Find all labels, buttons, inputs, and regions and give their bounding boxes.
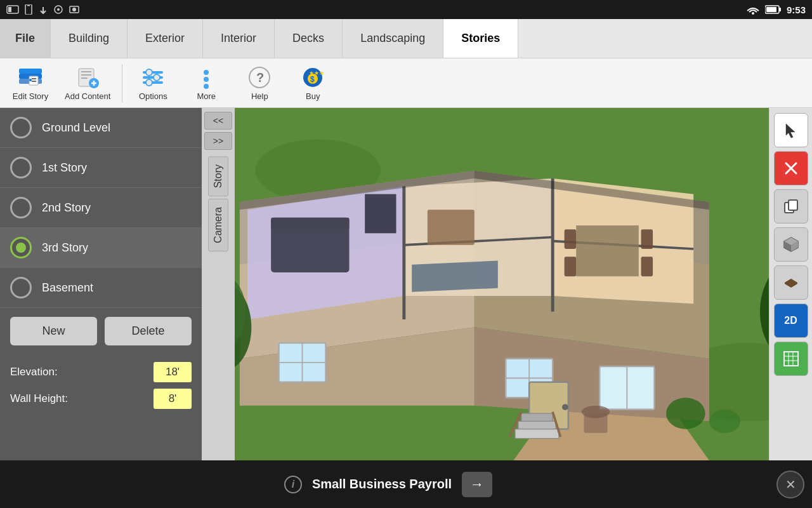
radio-1st-story — [10, 157, 32, 178]
camera-tab-vertical[interactable]: Camera — [208, 199, 228, 251]
svg-point-76 — [562, 404, 568, 410]
svg-rect-66 — [641, 257, 653, 276]
ad-arrow-button[interactable]: → — [462, 472, 492, 497]
svg-rect-3 — [27, 5, 30, 6]
story-item-ground-level[interactable]: Ground Level — [0, 108, 202, 148]
more-icon — [193, 65, 219, 90]
svg-point-7 — [72, 8, 76, 11]
svg-rect-59 — [365, 194, 396, 234]
options-button[interactable]: Options — [128, 62, 178, 105]
ad-text: Small Business Payroll — [312, 477, 452, 491]
options-label: Options — [139, 91, 167, 101]
svg-marker-104 — [785, 279, 797, 288]
svg-point-34 — [204, 84, 209, 89]
elevation-section: Elevation: 18' Wall Height: 8' — [0, 354, 202, 423]
right-toolbar: 2D — [769, 108, 812, 460]
delete-story-button[interactable]: Delete — [105, 317, 192, 345]
buy-icon: ★★★ $ — [300, 65, 325, 90]
radio-basement — [10, 277, 32, 298]
svg-rect-98 — [789, 200, 797, 210]
svg-rect-62 — [576, 225, 639, 276]
status-icons-right: 9:53 — [746, 4, 806, 15]
grid-tool-button[interactable] — [774, 342, 808, 376]
wall-height-label: Wall Height: — [10, 392, 154, 405]
side-tabs: << >> Story Camera — [202, 108, 235, 460]
more-label: More — [197, 91, 216, 101]
toolbar: Edit Story Add Content — [0, 58, 812, 108]
story-item-3rd[interactable]: 3rd Story — [0, 228, 202, 268]
3d-viewport[interactable] — [235, 108, 769, 460]
svg-marker-60 — [412, 261, 498, 292]
tab-landscaping[interactable]: Landscaping — [343, 19, 443, 58]
copy-tool-button[interactable] — [774, 189, 808, 224]
story-item-2nd[interactable]: 2nd Story — [0, 188, 202, 228]
edit-story-button[interactable]: Edit Story — [5, 62, 56, 105]
toolbar-divider-1 — [122, 64, 122, 102]
story-tab-vertical[interactable]: Story — [208, 156, 228, 196]
floor-tool-button[interactable] — [774, 265, 808, 300]
elevation-label: Elevation: — [10, 366, 154, 378]
edit-story-icon — [18, 65, 43, 90]
3rd-story-label: 3rd Story — [42, 241, 88, 255]
svg-point-33 — [204, 77, 209, 82]
tab-interior[interactable]: Interior — [203, 19, 275, 58]
ad-info-icon[interactable]: i — [284, 476, 302, 493]
help-icon: ? — [247, 65, 272, 90]
radio-2nd-story — [10, 197, 32, 218]
svg-rect-65 — [641, 229, 653, 249]
select-tool-button[interactable] — [774, 113, 808, 147]
svg-point-29 — [146, 69, 152, 76]
svg-rect-1 — [8, 7, 11, 12]
collapse-left-button[interactable]: << — [204, 112, 232, 130]
story-item-basement[interactable]: Basement — [0, 268, 202, 308]
help-label: Help — [251, 91, 268, 101]
svg-rect-10 — [779, 8, 781, 11]
buy-label: Buy — [306, 91, 320, 101]
svg-text:$: $ — [310, 75, 315, 84]
svg-rect-79 — [515, 429, 559, 439]
svg-rect-58 — [271, 218, 349, 230]
top-nav: File Building Exterior Interior Decks La… — [0, 19, 812, 58]
story-item-1st[interactable]: 1st Story — [0, 148, 202, 188]
cube-tool-button[interactable] — [774, 227, 808, 262]
options-icon — [140, 65, 166, 90]
svg-rect-64 — [565, 257, 577, 276]
expand-right-button[interactable]: >> — [204, 132, 232, 150]
elevation-row: Elevation: 18' — [10, 362, 192, 382]
svg-rect-105 — [784, 352, 798, 366]
tab-file[interactable]: File — [0, 19, 51, 58]
basement-label: Basement — [42, 281, 93, 295]
delete-tool-button[interactable] — [774, 151, 808, 185]
tab-exterior[interactable]: Exterior — [128, 19, 203, 58]
tab-decks[interactable]: Decks — [275, 19, 343, 58]
stories-panel: Ground Level 1st Story 2nd Story 3rd Sto… — [0, 108, 202, 460]
wall-height-value[interactable]: 8' — [154, 389, 192, 409]
status-bar: 9:53 — [0, 0, 812, 19]
status-icons-left — [6, 4, 80, 15]
new-story-button[interactable]: New — [10, 317, 97, 345]
ad-close-button[interactable]: ✕ — [776, 471, 804, 498]
2nd-story-label: 2nd Story — [42, 201, 91, 215]
svg-rect-63 — [565, 229, 577, 249]
svg-rect-11 — [766, 7, 776, 12]
2d-view-button[interactable]: 2D — [774, 304, 808, 338]
1st-story-label: 1st Story — [42, 161, 87, 175]
more-button[interactable]: More — [181, 62, 232, 105]
svg-point-89 — [709, 410, 740, 433]
help-button[interactable]: ? Help — [234, 62, 285, 105]
tab-stories[interactable]: Stories — [443, 19, 518, 58]
svg-point-30 — [154, 74, 160, 81]
add-content-button[interactable]: Add Content — [58, 62, 117, 105]
tab-building[interactable]: Building — [51, 19, 128, 58]
ground-level-label: Ground Level — [42, 121, 110, 135]
radio-3rd-story — [10, 237, 32, 258]
clock: 9:53 — [787, 4, 806, 15]
elevation-value[interactable]: 18' — [154, 362, 192, 382]
add-content-icon — [75, 65, 100, 90]
add-content-label: Add Content — [65, 91, 110, 101]
svg-rect-14 — [19, 69, 42, 74]
buy-button[interactable]: ★★★ $ Buy — [287, 62, 338, 105]
svg-point-8 — [752, 12, 754, 15]
bottom-ad-bar: i Small Business Payroll → ✕ — [0, 460, 812, 508]
story-action-buttons: New Delete — [0, 308, 202, 354]
